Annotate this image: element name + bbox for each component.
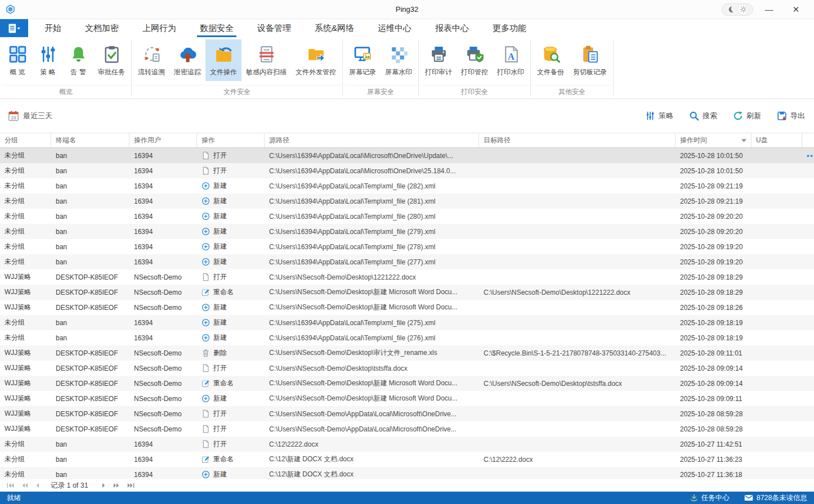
table-row[interactable]: 未分组ban16394新建C:\Users\16394\AppData\Loca… bbox=[0, 194, 814, 209]
ribbon-button-file-backup[interactable]: 文件备份 bbox=[533, 39, 569, 81]
ribbon-button-approval[interactable]: 审批任务 bbox=[93, 39, 129, 81]
toolbar-action-sliders[interactable]: 策略 bbox=[645, 111, 673, 121]
op-open-icon bbox=[202, 410, 210, 418]
table-row[interactable]: 未分组ban16394新建C:\Users\16394\AppData\Loca… bbox=[0, 239, 814, 254]
filter-caret-icon[interactable] bbox=[738, 139, 746, 142]
column-header-5[interactable]: 源路径 bbox=[265, 133, 479, 147]
ribbon-button-screen-watermark[interactable]: 屏幕水印 bbox=[381, 39, 417, 81]
toolbar-action-search[interactable]: 搜索 bbox=[689, 111, 717, 121]
column-header-6[interactable]: 目标路径 bbox=[479, 133, 676, 147]
task-center-button[interactable]: 任务中心 bbox=[690, 493, 730, 503]
table-row[interactable]: WJJ策略DESKTOP-K85IEOFNSecsoft-Demo新建C:\Us… bbox=[0, 391, 814, 406]
ribbon-button-label: 告 警 bbox=[70, 68, 86, 77]
table-row[interactable]: 未分组ban16394新建C:\Users\16394\AppData\Loca… bbox=[0, 224, 814, 239]
table-header: 分组终端名操作用户操作源路径目标路径操作时间U盘 bbox=[0, 133, 814, 148]
cell-usb bbox=[752, 239, 802, 254]
ribbon-button-overview[interactable]: 概 览 bbox=[2, 39, 33, 81]
row-actions bbox=[802, 391, 814, 406]
theme-toggle[interactable] bbox=[722, 3, 753, 16]
menu-tab-4[interactable]: 数据安全 bbox=[188, 19, 245, 37]
moon-icon[interactable] bbox=[727, 6, 734, 13]
table-row[interactable]: 未分组ban16394新建C:\Users\16394\AppData\Loca… bbox=[0, 254, 814, 269]
ribbon-button-leak[interactable]: 泄密追踪 bbox=[169, 39, 205, 81]
ribbon-button-policy[interactable]: 策 略 bbox=[33, 39, 63, 81]
menu-tab-2[interactable]: 文档加密 bbox=[73, 19, 131, 37]
nextpage-page-button[interactable] bbox=[111, 483, 122, 488]
prev-page-button[interactable] bbox=[34, 483, 42, 488]
table-row[interactable]: WJJ策略DESKTOP-K85IEOFNSecsoft-Demo打开C:\Us… bbox=[0, 361, 814, 376]
table-row[interactable]: 未分组ban16394打开C:\Users\16394\AppData\Loca… bbox=[0, 148, 814, 163]
table-row[interactable]: WJJ策略DESKTOP-K85IEOFNSecsoft-Demo打开C:\Us… bbox=[0, 406, 814, 421]
cell-usb bbox=[752, 345, 802, 361]
op-new-icon bbox=[202, 470, 210, 479]
app-menu-button[interactable] bbox=[0, 19, 28, 37]
cell-user: 16394 bbox=[129, 315, 197, 330]
cell-usb bbox=[752, 254, 802, 269]
ribbon-button-clipboard-record[interactable]: 剪切板记录 bbox=[569, 39, 611, 81]
column-header-3[interactable]: 操作用户 bbox=[129, 133, 197, 147]
table-row[interactable]: WJJ策略DESKTOP-K85IEOFNSecsoft-Demo删除C:\Us… bbox=[0, 345, 814, 361]
cell-group: 未分组 bbox=[0, 163, 51, 178]
last-page-button[interactable] bbox=[125, 483, 137, 488]
table-row[interactable]: 未分组ban16394打开C:\Users\16394\AppData\Loca… bbox=[0, 163, 814, 178]
table-row[interactable]: 未分组ban16394新建C:\Users\16394\AppData\Loca… bbox=[0, 330, 814, 345]
ribbon-button-scan[interactable]: 敏感内容扫描 bbox=[241, 39, 291, 81]
toolbar-action-export[interactable]: 导出 bbox=[777, 111, 805, 121]
row-actions bbox=[802, 239, 814, 254]
cell-user: 16394 bbox=[129, 330, 197, 345]
cell-usb bbox=[752, 178, 802, 194]
ribbon-button-print-audit[interactable]: 打印审计 bbox=[421, 39, 457, 81]
row-actions[interactable]: ••• bbox=[802, 148, 814, 163]
next-page-button[interactable] bbox=[100, 483, 108, 488]
menu-tab-5[interactable]: 设备管理 bbox=[245, 19, 303, 37]
close-button[interactable]: ✕ bbox=[785, 1, 807, 18]
table-row[interactable]: 未分组ban16394新建C:\12\新建 DOCX 文档.docx2025-1… bbox=[0, 467, 814, 479]
sun-icon[interactable] bbox=[738, 4, 748, 15]
column-header-1[interactable]: 分组 bbox=[0, 133, 51, 147]
table-row[interactable]: WJJ策略DESKTOP-K85IEOFNSecsoft-Demo新建C:\Us… bbox=[0, 300, 814, 315]
cell-terminal: ban bbox=[51, 330, 129, 345]
ribbon-button-outgoing[interactable]: 文件外发管控 bbox=[291, 39, 341, 81]
table-row[interactable]: WJJ策略DESKTOP-K85IEOFNSecsoft-Demo打开C:\Us… bbox=[0, 421, 814, 436]
menu-tab-6[interactable]: 系统&网络 bbox=[303, 19, 366, 37]
menu-tab-1[interactable]: 开始 bbox=[33, 19, 73, 37]
cell-group: 未分组 bbox=[0, 239, 51, 254]
toolbar-action-refresh[interactable]: 刷新 bbox=[733, 111, 761, 121]
menu-tab-9[interactable]: 更多功能 bbox=[481, 19, 538, 37]
ribbon-button-screen-record[interactable]: 屏幕记录 bbox=[345, 39, 381, 81]
table-row[interactable]: 未分组ban16394新建C:\Users\16394\AppData\Loca… bbox=[0, 209, 814, 224]
column-header-8[interactable]: U盘 bbox=[752, 133, 802, 147]
date-range-filter[interactable]: 23 最近三天 bbox=[8, 110, 52, 122]
ribbon-button-file-op[interactable]: 文件操作 bbox=[205, 39, 241, 81]
cell-terminal: ban bbox=[51, 467, 129, 479]
unread-messages-button[interactable]: 8728条未读信息 bbox=[744, 493, 807, 503]
table-row[interactable]: 未分组ban16394重命名C:\12\新建 DOCX 文档.docxC:\12… bbox=[0, 452, 814, 467]
table-row[interactable]: 未分组ban16394打开C:\12\2222.docx2025-10-27 1… bbox=[0, 436, 814, 452]
print-audit-icon bbox=[430, 44, 448, 64]
table-row[interactable]: WJJ策略DESKTOP-K85IEOFNSecsoft-Demo打开C:\Us… bbox=[0, 269, 814, 285]
ribbon-button-print-control[interactable]: 打印管控 bbox=[457, 39, 493, 81]
ribbon-button-trace[interactable]: 流转追溯 bbox=[133, 39, 169, 81]
row-actions-button[interactable]: ••• bbox=[807, 151, 814, 160]
table-row[interactable]: WJJ策略DESKTOP-K85IEOFNSecsoft-Demo重命名C:\U… bbox=[0, 285, 814, 300]
column-header-2[interactable]: 终端名 bbox=[51, 133, 129, 147]
cell-dst bbox=[479, 254, 676, 269]
ribbon-button-alert[interactable]: 告 警 bbox=[63, 39, 93, 81]
table-row[interactable]: WJJ策略DESKTOP-K85IEOFNSecsoft-Demo重命名C:\U… bbox=[0, 376, 814, 391]
filter-toolbar: 23 最近三天 策略搜索刷新导出 bbox=[0, 99, 814, 133]
row-actions bbox=[802, 376, 814, 391]
first-page-button[interactable] bbox=[5, 483, 16, 488]
menu-tab-8[interactable]: 报表中心 bbox=[423, 19, 481, 37]
column-header-7[interactable]: 操作时间 bbox=[676, 133, 752, 147]
column-header-label: 操作用户 bbox=[134, 136, 161, 145]
column-header-label: 源路径 bbox=[269, 136, 289, 145]
ribbon-button-print-watermark[interactable]: A打印水印 bbox=[493, 39, 529, 81]
column-header-4[interactable]: 操作 bbox=[197, 133, 265, 147]
table-row[interactable]: 未分组ban16394新建C:\Users\16394\AppData\Loca… bbox=[0, 315, 814, 330]
menu-tab-3[interactable]: 上网行为 bbox=[131, 19, 188, 37]
menu-tab-7[interactable]: 运维中心 bbox=[366, 19, 423, 37]
minimize-button[interactable]: — bbox=[758, 1, 780, 18]
ribbon-group-separator bbox=[342, 40, 343, 96]
prevpage-page-button[interactable] bbox=[20, 483, 30, 488]
table-row[interactable]: 未分组ban16394新建C:\Users\16394\AppData\Loca… bbox=[0, 178, 814, 194]
